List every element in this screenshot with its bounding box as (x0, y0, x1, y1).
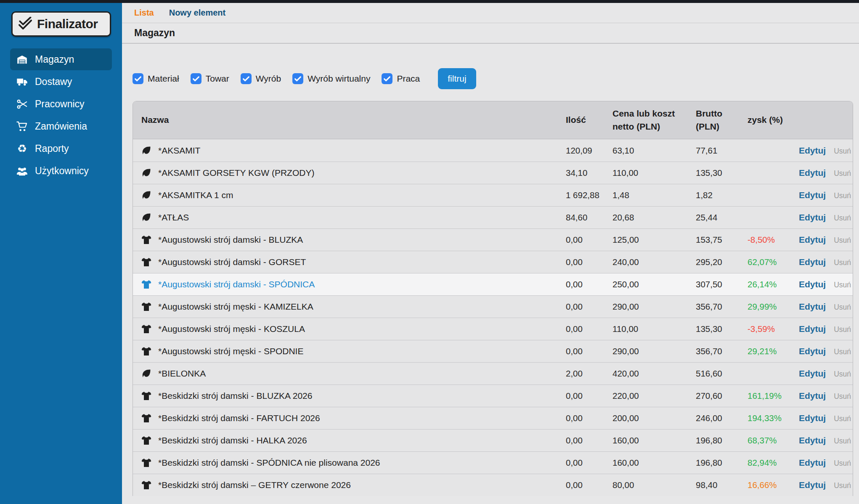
item-net-price: 290,00 (611, 340, 694, 362)
item-name[interactable]: *Beskidzki strój damski - BLUZKA 2026 (158, 391, 312, 401)
delete-link[interactable]: Usuń (834, 236, 851, 244)
sidebar-item-magazyn[interactable]: Magazyn (10, 48, 112, 70)
item-name[interactable]: *ATŁAS (158, 212, 189, 223)
delete-link[interactable]: Usuń (834, 481, 851, 490)
item-name[interactable]: *AKSAMIT GORSETY KGW (PRZODY) (158, 168, 314, 178)
edit-link[interactable]: Edytuj (799, 279, 826, 289)
item-name[interactable]: *Augustowski strój damski - GORSET (158, 257, 306, 267)
edit-link[interactable]: Edytuj (799, 146, 826, 155)
column-header-ilosc: Ilość (564, 101, 611, 139)
item-name[interactable]: *Beskidzki strój damski - SPÓDNICA nie p… (158, 458, 380, 468)
item-name[interactable]: *Beskidzki strój damski - HALKA 2026 (158, 435, 307, 446)
delete-link[interactable]: Usuń (834, 303, 851, 311)
item-name[interactable]: *Augustowski strój męski - KOSZULA (158, 324, 305, 334)
edit-link[interactable]: Edytuj (799, 190, 826, 200)
item-net-price: 420,00 (611, 362, 694, 385)
app-logo[interactable]: Finalizator (11, 11, 111, 37)
filter-praca[interactable]: Praca (382, 73, 420, 84)
item-net-price: 220,00 (611, 385, 694, 407)
users-icon (16, 165, 28, 177)
filter-wyrob-wirtualny[interactable]: Wyrób wirtualny (292, 73, 370, 84)
shirt-icon (141, 346, 151, 356)
checkbox-checked-icon[interactable] (382, 73, 392, 84)
edit-link[interactable]: Edytuj (799, 435, 826, 445)
filter-material[interactable]: Materiał (133, 73, 179, 84)
edit-link[interactable]: Edytuj (799, 346, 826, 356)
sidebar-item-dostawy[interactable]: Dostawy (10, 71, 112, 93)
item-qty: 0,00 (564, 251, 611, 273)
item-qty: 0,00 (564, 429, 611, 451)
item-name[interactable]: *Augustowski strój damski - SPÓDNICA (158, 279, 315, 289)
item-name[interactable]: *Augustowski strój damski - BLUZKA (158, 235, 303, 245)
table-row: *Beskidzki strój damski - FARTUCH 2026 0… (133, 407, 853, 429)
shirt-icon (141, 391, 151, 401)
delete-link[interactable]: Usuń (834, 437, 851, 445)
edit-link[interactable]: Edytuj (799, 235, 826, 244)
edit-link[interactable]: Edytuj (799, 458, 826, 467)
delete-link[interactable]: Usuń (834, 214, 851, 222)
shirt-icon (141, 435, 151, 446)
checkbox-checked-icon[interactable] (292, 73, 303, 84)
delete-link[interactable]: Usuń (834, 281, 851, 289)
filtruj-button[interactable]: filtruj (438, 68, 476, 89)
item-name[interactable]: *Augustowski strój męski - KAMIZELKA (158, 302, 313, 312)
delete-link[interactable]: Usuń (834, 147, 851, 155)
item-profit (746, 162, 797, 184)
edit-link[interactable]: Edytuj (799, 168, 826, 178)
item-net-price: 20,68 (611, 206, 694, 228)
sidebar-item-uzytkownicy[interactable]: Użytkownicy (10, 160, 112, 182)
item-name[interactable]: *BIELONKA (158, 369, 206, 379)
inventory-table: Nazwa Ilość Cena lub koszt netto (PLN) B… (133, 101, 853, 496)
scissors-icon (16, 98, 28, 110)
delete-link[interactable]: Usuń (834, 347, 851, 356)
tab-nowy-element[interactable]: Nowy element (169, 8, 225, 18)
sidebar-item-zamowienia[interactable]: Zamówienia (10, 115, 112, 137)
item-gross-price: 98,40 (694, 474, 746, 496)
filter-wyrob[interactable]: Wyrób (241, 73, 281, 84)
item-gross-price: 307,50 (694, 273, 746, 295)
item-gross-price: 25,44 (694, 206, 746, 228)
item-name[interactable]: *Augustowski strój męski - SPODNIE (158, 346, 303, 356)
checkbox-checked-icon[interactable] (133, 73, 143, 84)
sidebar: Finalizator Magazyn Dostawy Pracownicy Z… (0, 3, 122, 504)
checkbox-checked-icon[interactable] (241, 73, 252, 84)
sidebar-item-pracownicy[interactable]: Pracownicy (10, 93, 112, 115)
delete-link[interactable]: Usuń (834, 325, 851, 334)
delete-link[interactable]: Usuń (834, 414, 851, 423)
delete-link[interactable]: Usuń (834, 258, 851, 267)
check-double-icon (18, 17, 32, 31)
leaf-icon (141, 146, 151, 156)
sidebar-item-raporty[interactable]: ♻ Raporty (10, 138, 112, 159)
item-qty: 0,00 (564, 340, 611, 362)
item-qty: 0,00 (564, 474, 611, 496)
edit-link[interactable]: Edytuj (799, 413, 826, 423)
item-qty: 0,00 (564, 407, 611, 429)
item-net-price: 63,10 (611, 139, 694, 162)
delete-link[interactable]: Usuń (834, 370, 851, 378)
item-qty: 0,00 (564, 295, 611, 318)
tab-lista[interactable]: Lista (134, 8, 154, 18)
edit-link[interactable]: Edytuj (799, 391, 826, 401)
item-name[interactable]: *AKSAMITKA 1 cm (158, 190, 233, 200)
delete-link[interactable]: Usuń (834, 169, 851, 178)
item-net-price: 125,00 (611, 228, 694, 251)
edit-link[interactable]: Edytuj (799, 480, 826, 490)
leaf-icon (141, 212, 151, 223)
item-profit: 26,14% (746, 273, 797, 295)
table-row: *Beskidzki strój damski - HALKA 2026 0,0… (133, 429, 853, 451)
item-name[interactable]: *AKSAMIT (158, 146, 200, 156)
item-name[interactable]: *Beskidzki strój damski - FARTUCH 2026 (158, 413, 320, 423)
filter-towar[interactable]: Towar (191, 73, 229, 84)
delete-link[interactable]: Usuń (834, 191, 851, 200)
table-row: *Augustowski strój męski - SPODNIE 0,00 … (133, 340, 853, 362)
edit-link[interactable]: Edytuj (799, 369, 826, 378)
edit-link[interactable]: Edytuj (799, 257, 826, 267)
delete-link[interactable]: Usuń (834, 459, 851, 467)
item-qty: 0,00 (564, 228, 611, 251)
delete-link[interactable]: Usuń (834, 392, 851, 401)
item-name[interactable]: *Beskidzki strój damski – GETRY czerwone… (158, 480, 351, 490)
edit-link[interactable]: Edytuj (799, 302, 826, 311)
edit-link[interactable]: Edytuj (799, 324, 826, 334)
edit-link[interactable]: Edytuj (799, 212, 826, 222)
checkbox-checked-icon[interactable] (191, 73, 201, 84)
